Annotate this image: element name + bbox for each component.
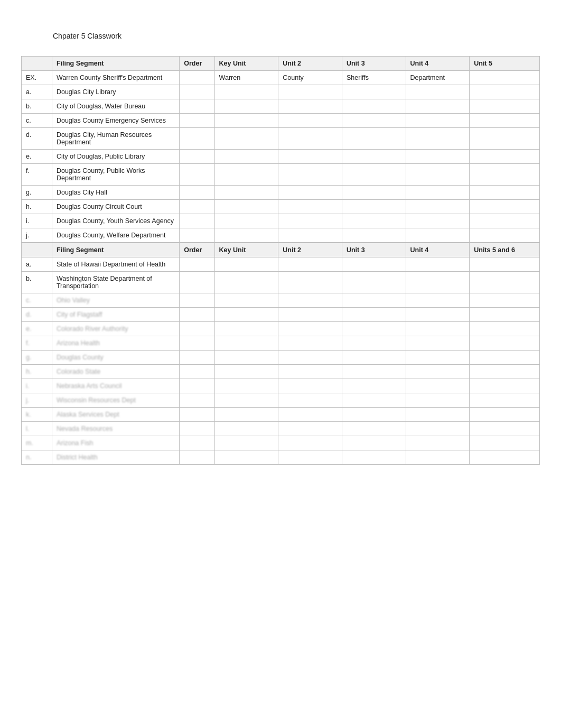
- row-unit5: [470, 228, 540, 243]
- row-order: [180, 114, 214, 128]
- row-unit3: [342, 164, 406, 186]
- row-unit2: [278, 214, 342, 228]
- row-unit5: [470, 200, 540, 214]
- row-unit5: [470, 85, 540, 99]
- row-order: [180, 422, 214, 436]
- row-label: n.: [22, 450, 52, 465]
- row-unit56: [470, 408, 540, 422]
- row-key-unit: [214, 379, 278, 393]
- row-filing-segment: Nebraska Arts Council: [52, 379, 179, 393]
- row-label: j.: [22, 228, 52, 243]
- row-filing-segment: Douglas City, Human Resources Department: [52, 128, 179, 150]
- row-unit3: [342, 214, 406, 228]
- row-order: [180, 99, 214, 114]
- row-label: h.: [22, 365, 52, 379]
- row-unit4: [406, 85, 470, 99]
- row-unit2: [278, 186, 342, 200]
- row-unit3: [342, 336, 406, 351]
- row-order: [180, 351, 214, 365]
- row-unit2: [278, 128, 342, 150]
- row-unit56: [470, 393, 540, 408]
- row-filing-segment: City of Douglas, Public Library: [52, 150, 179, 164]
- row-key-unit: [214, 293, 278, 308]
- header2-label: [22, 243, 52, 257]
- row-unit5: [470, 128, 540, 150]
- row-filing-segment: City of Douglas, Water Bureau: [52, 99, 179, 114]
- row-label: e.: [22, 150, 52, 164]
- header-order: Order: [180, 57, 214, 71]
- row-filing-segment: Douglas County: [52, 351, 179, 365]
- table-row-blurred: h. Colorado State: [22, 365, 540, 379]
- row-key-unit: [214, 308, 278, 322]
- row-order: [180, 293, 214, 308]
- row-key-unit: [214, 408, 278, 422]
- header2-unit3: Unit 3: [342, 243, 406, 257]
- row-unit2: [278, 257, 342, 272]
- row-unit3: [342, 450, 406, 465]
- table-row-blurred: l. Nevada Resources: [22, 422, 540, 436]
- row-filing-segment: Arizona Fish: [52, 436, 179, 450]
- header-unit5: Unit 5: [470, 57, 540, 71]
- row-key-unit: [214, 99, 278, 114]
- row-unit2: [278, 393, 342, 408]
- table-row-blurred: m. Arizona Fish: [22, 436, 540, 450]
- table-row-blurred: k. Alaska Services Dept: [22, 408, 540, 422]
- row-unit4: [406, 436, 470, 450]
- row-unit3: [342, 200, 406, 214]
- row-unit4: [406, 150, 470, 164]
- page-title: Chpater 5 Classwork: [53, 32, 540, 40]
- row-unit56: [470, 322, 540, 336]
- row-label: b.: [22, 272, 52, 293]
- row-unit4: [406, 228, 470, 243]
- row-key-unit: [214, 450, 278, 465]
- row-unit3: [342, 228, 406, 243]
- row-unit56: [470, 293, 540, 308]
- row-unit4: [406, 322, 470, 336]
- row-filing-segment: Washington State Department of Transport…: [52, 272, 179, 293]
- row-unit3: [342, 293, 406, 308]
- row-filing-segment: Douglas County Circuit Court: [52, 200, 179, 214]
- row-key-unit: Warren: [214, 71, 278, 85]
- row-unit3: [342, 85, 406, 99]
- row-key-unit: [214, 393, 278, 408]
- row-unit56: [470, 365, 540, 379]
- row-unit2: [278, 164, 342, 186]
- row-unit2: [278, 379, 342, 393]
- row-unit2: [278, 200, 342, 214]
- row-order: [180, 408, 214, 422]
- row-order: [180, 164, 214, 186]
- row-unit56: [470, 272, 540, 293]
- row-unit4: [406, 308, 470, 322]
- row-unit5: [470, 71, 540, 85]
- row-unit2: [278, 99, 342, 114]
- row-label: i.: [22, 214, 52, 228]
- row-unit2: [278, 336, 342, 351]
- table-row-blurred: c. Ohio Valley: [22, 293, 540, 308]
- row-filing-segment: Arizona Health: [52, 336, 179, 351]
- row-key-unit: [214, 436, 278, 450]
- row-unit56: [470, 379, 540, 393]
- row-filing-segment: District Health: [52, 450, 179, 465]
- row-unit4: [406, 114, 470, 128]
- row-label: g.: [22, 351, 52, 365]
- row-unit4: [406, 351, 470, 365]
- row-unit3: [342, 351, 406, 365]
- table-row: g. Douglas City Hall: [22, 186, 540, 200]
- row-order: [180, 85, 214, 99]
- table-row: d. Douglas City, Human Resources Departm…: [22, 128, 540, 150]
- header2-filing-segment: Filing Segment: [52, 243, 179, 257]
- row-unit3: [342, 114, 406, 128]
- row-unit4: [406, 293, 470, 308]
- row-unit2: [278, 408, 342, 422]
- row-unit56: [470, 436, 540, 450]
- row-order: [180, 257, 214, 272]
- row-unit4: [406, 128, 470, 150]
- row-order: [180, 186, 214, 200]
- row-unit3: Sheriffs: [342, 71, 406, 85]
- row-filing-segment: Douglas County Emergency Services: [52, 114, 179, 128]
- row-order: [180, 272, 214, 293]
- row-unit3: [342, 365, 406, 379]
- section-table2: Filing Segment Order Key Unit Unit 2 Uni…: [21, 243, 540, 465]
- row-label: a.: [22, 257, 52, 272]
- row-unit56: [470, 336, 540, 351]
